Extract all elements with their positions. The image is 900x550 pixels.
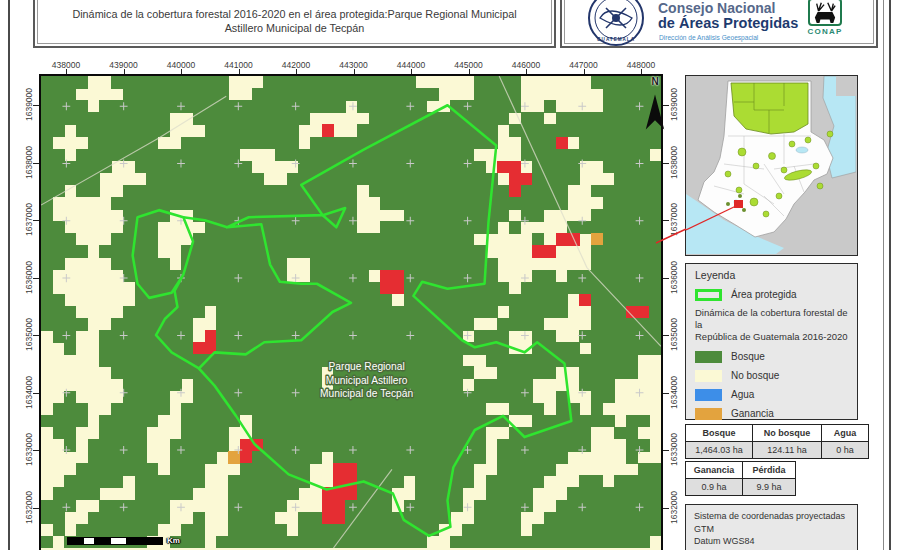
raster-cell [567, 149, 579, 162]
raster-cell [509, 197, 521, 210]
raster-cell [603, 137, 615, 150]
raster-cell [146, 258, 158, 271]
raster-cell [369, 185, 381, 198]
raster-cell [532, 149, 544, 162]
raster-cell [252, 330, 264, 343]
raster-cell [427, 366, 439, 379]
raster-cell [357, 330, 369, 343]
raster-cell [544, 100, 556, 113]
info-line: GTM [694, 523, 849, 536]
raster-cell [111, 451, 123, 464]
raster-cell [263, 197, 275, 210]
raster-cell [591, 306, 603, 319]
raster-cell [392, 524, 404, 537]
raster-cell [287, 487, 299, 500]
raster-cell [345, 221, 357, 234]
raster-cell [415, 391, 427, 404]
raster-cell [486, 282, 498, 295]
raster-cell [252, 137, 264, 150]
raster-cell [509, 161, 521, 174]
raster-cell [556, 500, 568, 513]
raster-cell [509, 391, 521, 404]
raster-cell [415, 270, 427, 283]
raster-cell [649, 173, 661, 186]
raster-cell [626, 221, 638, 234]
raster-cell [532, 451, 544, 464]
raster-cell [298, 524, 310, 537]
raster-cell [252, 282, 264, 295]
raster-cell [205, 245, 217, 258]
raster-cell [591, 475, 603, 488]
raster-cell [603, 391, 615, 404]
raster-cell [41, 161, 53, 174]
raster-cell [345, 173, 357, 186]
raster-cell [146, 391, 158, 404]
raster-cell [392, 439, 404, 452]
raster-cell [392, 221, 404, 234]
raster-cell [450, 221, 462, 234]
raster-cell [369, 403, 381, 416]
raster-cell [497, 209, 509, 222]
raster-cell [462, 137, 474, 150]
raster-cell [579, 270, 591, 283]
raster-cell [544, 330, 556, 343]
raster-cell [123, 306, 135, 319]
logo-box: GUATEMALA Consejo Nacional de Áreas Prot… [560, 0, 878, 48]
raster-cell [439, 439, 451, 452]
raster-cell [263, 124, 275, 137]
raster-cell [556, 512, 568, 525]
raster-cell [626, 330, 638, 343]
raster-cell [216, 149, 228, 162]
raster-cell [240, 306, 252, 319]
raster-cell [205, 330, 217, 343]
raster-cell [462, 185, 474, 198]
raster-cell [322, 439, 334, 452]
raster-cell [252, 209, 264, 222]
raster-cell [345, 245, 357, 258]
raster-cell [357, 294, 369, 307]
raster-cell [497, 391, 509, 404]
leader-line-overlay [650, 222, 688, 248]
raster-cell [310, 524, 322, 537]
raster-cell [263, 221, 275, 234]
raster-cell [111, 463, 123, 476]
inset-belize [836, 76, 856, 96]
raster-cell [193, 137, 205, 150]
raster-cell [474, 245, 486, 258]
raster-cell [322, 137, 334, 150]
raster-cell [53, 500, 65, 513]
raster-cell [474, 258, 486, 271]
raster-cell [216, 330, 228, 343]
raster-cell [532, 185, 544, 198]
raster-cell [158, 173, 170, 186]
raster-cell [333, 149, 345, 162]
raster-cell [41, 173, 53, 186]
raster-cell [88, 124, 100, 137]
raster-cell [462, 463, 474, 476]
raster-cell [474, 197, 486, 210]
raster-cell [427, 475, 439, 488]
raster-cell [380, 221, 392, 234]
raster-cell [76, 245, 88, 258]
raster-cell [415, 354, 427, 367]
raster-cell [427, 512, 439, 525]
raster-cell [181, 524, 193, 537]
raster-cell [41, 270, 53, 283]
raster-cell [357, 487, 369, 500]
raster-cell [497, 366, 509, 379]
raster-cell [614, 366, 626, 379]
raster-cell [380, 76, 392, 89]
raster-cell [486, 124, 498, 137]
raster-cell [146, 354, 158, 367]
raster-cell [240, 487, 252, 500]
raster-cell [240, 185, 252, 198]
raster-cell [439, 306, 451, 319]
raster-cell [111, 512, 123, 525]
raster-cell [310, 233, 322, 246]
raster-cell [76, 475, 88, 488]
raster-cell [41, 185, 53, 198]
raster-cell [474, 221, 486, 234]
raster-cell [240, 258, 252, 271]
raster-cell [88, 487, 100, 500]
raster-cell [638, 536, 650, 548]
